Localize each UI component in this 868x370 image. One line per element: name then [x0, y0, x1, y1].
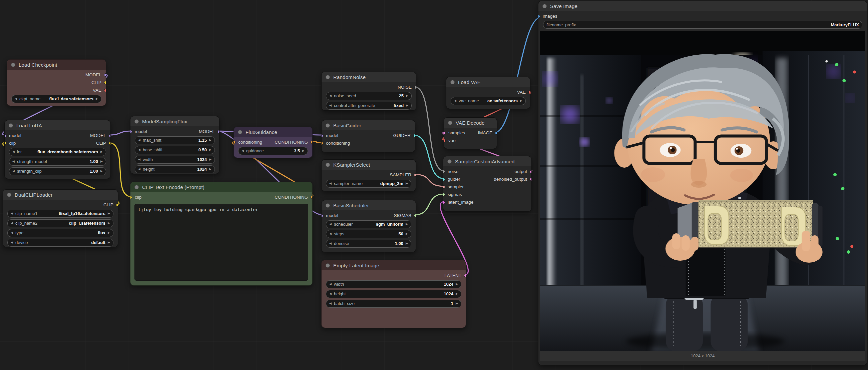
sampler-custom-advanced-input-latent_image-slot[interactable]	[443, 201, 445, 204]
decrement-arrow-icon[interactable]: ◀	[11, 231, 13, 234]
vae-decode-input-vae-slot[interactable]	[444, 139, 446, 142]
decrement-arrow-icon[interactable]: ◀	[329, 283, 332, 286]
sampler-custom-advanced-header[interactable]: SamplerCustomAdvanced	[443, 156, 531, 166]
decrement-arrow-icon[interactable]: ◀	[11, 241, 13, 244]
node-clip-text-encode[interactable]: CLIP Text Encode (Prompt)clipCONDITIONIN…	[130, 182, 313, 286]
load-lora-header[interactable]: Load LoRA	[5, 120, 111, 130]
increment-arrow-icon[interactable]: ▶	[406, 94, 408, 97]
increment-arrow-icon[interactable]: ▶	[406, 242, 408, 245]
ksampler-select-header[interactable]: KSamplerSelect	[321, 160, 416, 170]
decrement-arrow-icon[interactable]: ◀	[329, 232, 332, 235]
decrement-arrow-icon[interactable]: ◀	[329, 302, 332, 305]
decrement-arrow-icon[interactable]: ◀	[329, 94, 332, 97]
decrement-arrow-icon[interactable]: ◀	[242, 149, 244, 152]
load-lora-strength-clip-widget[interactable]: ◀strength_clip1.00▶	[9, 167, 106, 175]
load-lora-output-CLIP-slot[interactable]	[109, 142, 111, 145]
flux-guidance-output-CONDITIONING-slot[interactable]	[311, 141, 313, 144]
filename-prefix-widget[interactable]: filename_prefix MarkuryFLUX	[543, 21, 862, 29]
increment-arrow-icon[interactable]: ▶	[456, 292, 458, 295]
random-noise-output-NOISE-slot[interactable]	[414, 86, 416, 89]
load-checkpoint-output-MODEL-slot[interactable]	[104, 73, 106, 77]
vae-decode-input-samples-slot[interactable]	[444, 131, 446, 135]
dual-clip-loader-header[interactable]: DualCLIPLoader	[3, 190, 118, 200]
basic-scheduler-scheduler-widget[interactable]: ◀schedulersgm_uniform▶	[326, 220, 411, 228]
load-checkpoint-output-CLIP-slot[interactable]	[104, 81, 106, 84]
clip-text-encode-input-clip-slot[interactable]	[130, 196, 132, 199]
node-load-lora[interactable]: Load LoRAmodelMODELclipCLIP◀lor ...flux_…	[4, 120, 111, 179]
basic-scheduler-output-SIGMAS-slot[interactable]	[414, 214, 416, 217]
node-basic-scheduler[interactable]: BasicSchedulermodelSIGMAS◀schedulersgm_u…	[321, 200, 416, 252]
flux-guidance-header[interactable]: FluxGuidance	[234, 127, 312, 137]
empty-latent-image-header[interactable]: Empty Latent Image	[321, 260, 466, 270]
basic-scheduler-steps-widget[interactable]: ◀steps50▶	[326, 230, 411, 238]
random-noise-noise-seed-widget[interactable]: ◀noise_seed25▶	[326, 92, 412, 100]
load-checkpoint-output-VAE-slot[interactable]	[104, 89, 106, 92]
load-lora-input-clip-slot[interactable]	[4, 142, 6, 145]
dual-clip-loader-clip-name2-widget[interactable]: ◀clip_name2clip_l.safetensors▶	[7, 219, 114, 227]
empty-latent-image-height-widget[interactable]: ◀height1024▶	[326, 290, 461, 298]
decrement-arrow-icon[interactable]: ◀	[11, 222, 13, 225]
dual-clip-loader-output-CLIP-slot[interactable]	[116, 203, 118, 207]
sampler-custom-advanced-input-sigmas-slot[interactable]	[443, 193, 445, 196]
node-empty-latent-image[interactable]: Empty Latent ImageLATENT◀width1024▶◀heig…	[321, 260, 466, 328]
increment-arrow-icon[interactable]: ▶	[96, 97, 98, 100]
increment-arrow-icon[interactable]: ▶	[100, 170, 103, 173]
increment-arrow-icon[interactable]: ▶	[108, 212, 110, 215]
sampler-custom-advanced-input-guider-slot[interactable]	[443, 178, 445, 181]
model-sampling-flux-base-shift-widget[interactable]: ◀base_shift0.50▶	[135, 146, 215, 154]
random-noise-control-after-generate-widget[interactable]: ◀control after generatefixed▶	[326, 102, 412, 110]
node-ksampler-select[interactable]: KSamplerSelectSAMPLER◀sampler_namedpmpp_…	[321, 159, 416, 191]
node-basic-guider[interactable]: BasicGuidermodelGUIDERconditioning	[321, 120, 415, 152]
node-flux-guidance[interactable]: FluxGuidanceconditioningCONDITIONING◀gui…	[234, 127, 313, 158]
node-random-noise[interactable]: RandomNoiseNOISE◀noise_seed25▶◀control a…	[321, 72, 416, 111]
clip-text-encode-output-CONDITIONING-slot[interactable]	[311, 196, 313, 199]
increment-arrow-icon[interactable]: ▶	[456, 283, 458, 286]
sampler-custom-advanced-output-output-slot[interactable]	[530, 170, 532, 173]
increment-arrow-icon[interactable]: ▶	[108, 222, 110, 225]
decrement-arrow-icon[interactable]: ◀	[138, 139, 141, 142]
load-lora-lor--widget[interactable]: ◀lor ...flux_dreambooth.safetensors▶	[9, 148, 106, 156]
load-vae-vae-name-widget[interactable]: ◀vae_nameae.safetensors▶	[451, 97, 526, 105]
increment-arrow-icon[interactable]: ▶	[406, 182, 408, 185]
decrement-arrow-icon[interactable]: ◀	[454, 99, 456, 102]
decrement-arrow-icon[interactable]: ◀	[329, 223, 332, 226]
decrement-arrow-icon[interactable]: ◀	[15, 97, 17, 100]
basic-guider-input-conditioning-slot[interactable]	[321, 142, 323, 145]
basic-guider-input-model-slot[interactable]	[321, 134, 323, 137]
decrement-arrow-icon[interactable]: ◀	[12, 170, 15, 173]
model-sampling-flux-header[interactable]: ModelSamplingFlux	[130, 116, 219, 126]
model-sampling-flux-height-widget[interactable]: ◀height1024▶	[135, 165, 215, 173]
images-input-slot[interactable]	[538, 15, 540, 18]
dual-clip-loader-clip-name1-widget[interactable]: ◀clip_name1t5xxl_fp16.safetensors▶	[7, 210, 114, 218]
increment-arrow-icon[interactable]: ▶	[209, 168, 212, 171]
model-sampling-flux-output-MODEL-slot[interactable]	[217, 130, 219, 133]
ksampler-select-output-SAMPLER-slot[interactable]	[414, 173, 416, 177]
increment-arrow-icon[interactable]: ▶	[406, 232, 408, 235]
node-dual-clip-loader[interactable]: DualCLIPLoaderCLIP◀clip_name1t5xxl_fp16.…	[3, 189, 118, 247]
decrement-arrow-icon[interactable]: ◀	[329, 242, 332, 245]
model-sampling-flux-input-model-slot[interactable]	[130, 130, 132, 133]
vae-decode-output-IMAGE-slot[interactable]	[495, 131, 497, 135]
node-vae-decode[interactable]: VAE DecodesamplesIMAGEvae	[444, 117, 497, 149]
load-lora-output-MODEL-slot[interactable]	[109, 134, 111, 137]
node-save-image[interactable]: Save Image images filename_prefix Markur…	[538, 1, 867, 365]
increment-arrow-icon[interactable]: ▶	[100, 160, 103, 163]
increment-arrow-icon[interactable]: ▶	[100, 150, 103, 153]
model-sampling-flux-width-widget[interactable]: ◀width1024▶	[135, 156, 215, 164]
load-lora-strength-model-widget[interactable]: ◀strength_model1.00▶	[9, 158, 106, 166]
decrement-arrow-icon[interactable]: ◀	[138, 148, 141, 152]
ksampler-select-sampler-name-widget[interactable]: ◀sampler_namedpmpp_2m▶	[326, 180, 411, 188]
decrement-arrow-icon[interactable]: ◀	[12, 160, 15, 163]
load-vae-header[interactable]: Load VAE	[446, 77, 530, 87]
random-noise-header[interactable]: RandomNoise	[321, 72, 416, 82]
load-lora-input-model-slot[interactable]	[4, 134, 6, 137]
load-checkpoint-header[interactable]: Load Checkpoint	[7, 60, 106, 70]
load-checkpoint-ckpt-name-widget[interactable]: ◀ckpt_nameflux1-dev.safetensors▶	[11, 95, 101, 103]
decrement-arrow-icon[interactable]: ◀	[329, 104, 332, 107]
increment-arrow-icon[interactable]: ▶	[209, 139, 212, 142]
increment-arrow-icon[interactable]: ▶	[209, 158, 212, 161]
decrement-arrow-icon[interactable]: ◀	[11, 212, 13, 215]
dual-clip-loader-type-widget[interactable]: ◀typeflux▶	[7, 229, 114, 237]
basic-scheduler-denoise-widget[interactable]: ◀denoise1.00▶	[326, 240, 411, 248]
increment-arrow-icon[interactable]: ▶	[302, 149, 305, 152]
